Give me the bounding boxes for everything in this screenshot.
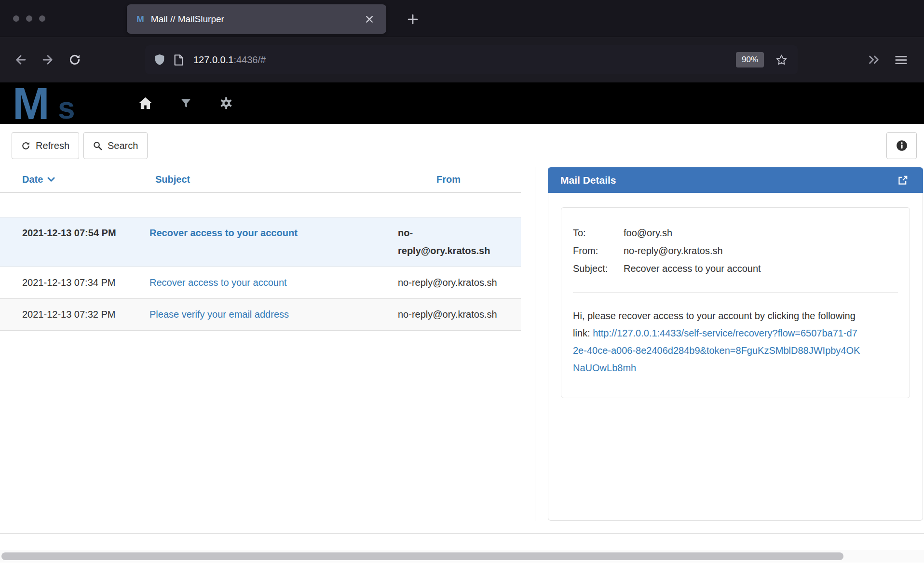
tab-title: Mail // MailSlurper — [151, 14, 224, 25]
refresh-icon — [21, 141, 30, 150]
window-minimize-button[interactable] — [26, 15, 32, 22]
url-text: 127.0.0.1:4436/# — [193, 54, 736, 66]
window-controls — [13, 15, 45, 22]
window-close-button[interactable] — [13, 15, 19, 22]
url-bar[interactable]: 127.0.0.1:4436/# 90% — [145, 45, 798, 74]
search-button[interactable]: Search — [83, 132, 148, 159]
detail-from-value: no-reply@ory.kratos.sh — [624, 242, 898, 260]
column-header-from: From — [376, 174, 521, 185]
logo-letter-s: s — [58, 90, 75, 126]
mail-list-panel: Date Subject From 2021-12-13 07:54 PM Re… — [0, 167, 535, 521]
page-icon — [173, 54, 184, 66]
app-menu-button[interactable] — [887, 46, 914, 73]
filter-icon — [180, 98, 191, 109]
mail-date: 2021-12-13 07:54 PM — [0, 224, 149, 260]
external-link-icon — [897, 175, 908, 186]
column-header-date[interactable]: Date — [0, 174, 149, 185]
mail-detail-card: To: foo@ory.sh From: no-reply@ory.kratos… — [561, 207, 910, 398]
reload-icon — [68, 54, 81, 66]
gear-icon — [220, 97, 232, 109]
mail-details-body: To: foo@ory.sh From: no-reply@ory.kratos… — [548, 193, 923, 521]
shield-icon — [154, 54, 165, 66]
home-button[interactable] — [136, 94, 154, 112]
browser-tab[interactable]: M Mail // MailSlurper — [127, 4, 386, 34]
overflow-chevron-icon — [867, 54, 881, 66]
details-divider — [573, 292, 898, 293]
mail-details-header: Mail Details — [548, 167, 923, 193]
mail-body: Hi, please recover access to your accoun… — [573, 307, 862, 376]
mail-meta: To: foo@ory.sh From: no-reply@ory.kratos… — [573, 224, 898, 278]
detail-subject-value: Recover access to your account — [624, 260, 898, 278]
mail-from: no-reply@ory.kratos.sh — [376, 274, 521, 292]
mail-row[interactable]: 2021-12-13 07:32 PM Please verify your e… — [0, 298, 521, 331]
browser-navbar: 127.0.0.1:4436/# 90% — [0, 37, 924, 82]
mail-date: 2021-12-13 07:32 PM — [0, 306, 149, 323]
mail-from: no-reply@ory.kratos.sh — [376, 306, 521, 323]
mail-row[interactable]: 2021-12-13 07:34 PM Recover access to yo… — [0, 267, 521, 298]
back-icon — [14, 53, 27, 67]
star-icon — [775, 54, 788, 67]
forward-button[interactable] — [34, 46, 61, 73]
back-button[interactable] — [7, 46, 34, 73]
info-button[interactable] — [886, 132, 917, 159]
url-host: 127.0.0.1 — [193, 54, 233, 65]
site-identity-button[interactable] — [173, 54, 184, 66]
info-icon — [896, 140, 908, 151]
tab-favicon-icon: M — [136, 14, 144, 25]
close-icon — [365, 15, 374, 24]
mail-row[interactable]: 2021-12-13 07:54 PM Recover access to yo… — [0, 217, 521, 267]
app-toolbar: Refresh Search — [0, 124, 924, 167]
overflow-menu-button[interactable] — [860, 46, 887, 73]
column-header-subject: Subject — [149, 174, 376, 185]
horizontal-scrollbar-thumb[interactable] — [1, 552, 843, 560]
filter-button[interactable] — [177, 94, 194, 112]
detail-from-label: From: — [573, 242, 624, 260]
search-button-label: Search — [108, 140, 138, 151]
mail-list: 2021-12-13 07:54 PM Recover access to yo… — [0, 217, 521, 331]
bottom-divider — [0, 533, 924, 534]
mailslurper-logo: M s — [13, 82, 107, 124]
mail-from: no-reply@ory.kratos.sh — [376, 224, 521, 260]
home-icon — [138, 96, 153, 110]
url-path: :4436/# — [233, 54, 266, 65]
zoom-level-badge[interactable]: 90% — [736, 52, 764, 67]
forward-icon — [41, 53, 54, 67]
reload-button[interactable] — [61, 46, 88, 73]
recovery-link[interactable]: http://127.0.0.1:4433/self-service/recov… — [573, 328, 860, 373]
mail-details-panel: Mail Details To: foo@ory.sh From: no-rep… — [548, 167, 923, 521]
settings-button[interactable] — [217, 94, 235, 112]
bookmark-button[interactable] — [772, 50, 791, 69]
detail-to-label: To: — [573, 224, 624, 242]
refresh-button[interactable]: Refresh — [12, 132, 79, 159]
detail-subject-label: Subject: — [573, 260, 624, 278]
mail-subject-link[interactable]: Recover access to your account — [149, 228, 298, 238]
new-tab-icon — [407, 13, 419, 25]
sort-descending-icon — [47, 177, 55, 182]
shield-permissions-button[interactable] — [154, 54, 165, 66]
mail-list-header: Date Subject From — [0, 167, 521, 193]
app-header: M s — [0, 82, 924, 124]
new-tab-button[interactable] — [404, 11, 421, 28]
tab-close-button[interactable] — [362, 12, 377, 27]
column-header-date-label: Date — [22, 174, 43, 185]
menu-icon — [895, 54, 908, 66]
mail-date: 2021-12-13 07:34 PM — [0, 274, 149, 292]
logo-letter-m: M — [13, 79, 50, 129]
search-icon — [93, 141, 102, 150]
refresh-button-label: Refresh — [36, 140, 69, 151]
open-in-new-window-button[interactable] — [895, 173, 910, 188]
mail-subject-link[interactable]: Recover access to your account — [149, 277, 287, 288]
mail-details-title: Mail Details — [560, 175, 616, 186]
app-header-nav — [136, 94, 235, 112]
browser-titlebar: M Mail // MailSlurper — [0, 0, 924, 37]
mail-subject-link[interactable]: Please verify your email address — [149, 309, 289, 320]
window-zoom-button[interactable] — [39, 15, 45, 22]
detail-to-value: foo@ory.sh — [624, 224, 898, 242]
